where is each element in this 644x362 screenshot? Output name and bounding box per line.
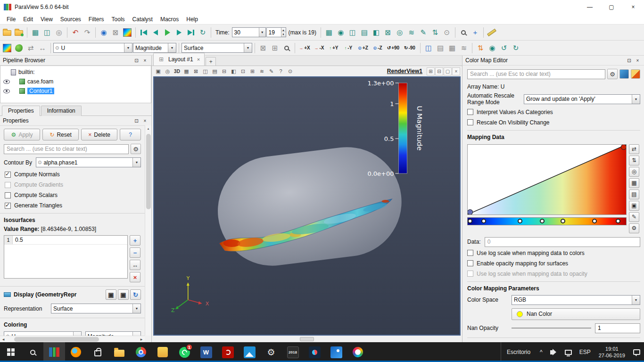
chevron-down-icon[interactable]: ▼	[132, 304, 140, 313]
select-polygon-points-icon[interactable]: ⊡	[239, 67, 248, 76]
scroll-right-icon[interactable]: ▶	[138, 337, 145, 341]
color-control-point[interactable]	[518, 219, 522, 223]
start-button[interactable]	[0, 342, 22, 362]
stream-tracer-icon[interactable]: ⇅	[429, 27, 441, 38]
rescale-to-visible-range-button[interactable]: ◎	[629, 167, 639, 177]
log-scale-colors-checkbox[interactable]	[467, 250, 473, 256]
render-scene[interactable]: 1.3e+00 1 0.5 0.0e+00 U Magnitude Y	[154, 77, 460, 335]
isosurface-values-list[interactable]: 1 0.5	[4, 235, 128, 279]
remove-value-button[interactable]: −	[130, 247, 140, 258]
select-cells-on-icon[interactable]: ⊠	[191, 67, 200, 76]
generate-triangles-row[interactable]: Generate Triangles	[0, 200, 145, 211]
close-button[interactable]: ×	[622, 0, 644, 14]
loop-button[interactable]: ↻	[197, 27, 208, 38]
threshold-filter-icon[interactable]: ⊙	[441, 27, 453, 38]
chevron-down-icon[interactable]: ▼	[259, 28, 265, 37]
adjust-camera-icon[interactable]: ◎	[163, 67, 172, 76]
data-value-input[interactable]	[485, 237, 640, 247]
copy-display-button[interactable]: ▣	[106, 289, 116, 300]
visibility-eye-icon[interactable]	[3, 89, 10, 93]
compute-normals-row[interactable]: Compute Normals	[0, 169, 145, 180]
zoom-to-data-button[interactable]: ⊞	[269, 42, 281, 54]
color-space-combobox[interactable]: RGB ▼	[512, 295, 640, 305]
close-panel-icon[interactable]: ×	[141, 117, 149, 124]
pipeline-item-contour1[interactable]: Contour1	[0, 86, 151, 96]
group-datasets-icon[interactable]: ◫	[347, 27, 358, 38]
select-points-on-icon[interactable]: ◫	[201, 67, 210, 76]
camera-redo-button[interactable]: ⊠	[110, 27, 121, 38]
show-center-axes-button[interactable]: ◫	[423, 42, 434, 54]
extract-blocks-icon[interactable]: ◉	[335, 27, 347, 38]
menu-macros[interactable]: Macros	[157, 15, 182, 24]
isosurface-value[interactable]: 0.5	[13, 236, 25, 244]
rescale-visibility-checkbox[interactable]	[467, 119, 473, 125]
component-combobox[interactable]: Magnitude ▼	[133, 43, 176, 53]
maximize-button[interactable]: ▢	[601, 0, 622, 14]
colormap-search-input[interactable]	[467, 69, 605, 79]
properties-vertical-scrollbar[interactable]: ▲	[145, 125, 151, 336]
menu-filters[interactable]: Filters	[85, 15, 108, 24]
contour-by-combobox[interactable]: ⊙ alpha.phase1 ▼	[36, 157, 141, 167]
nan-opacity-input[interactable]	[595, 323, 640, 333]
toggle-3d-button[interactable]: 3D	[173, 67, 182, 76]
open-file-button[interactable]	[1, 27, 13, 38]
action-center-icon[interactable]	[629, 342, 644, 362]
interaction-mode-button[interactable]: ⇅	[475, 42, 486, 54]
nan-opacity-slider[interactable]	[512, 328, 591, 329]
menu-tools[interactable]: Tools	[108, 15, 129, 24]
delete-button[interactable]: ×Delete	[81, 129, 117, 140]
source-grid-icon[interactable]: ▦	[323, 27, 335, 38]
rescale-custom-button[interactable]: ↔	[37, 42, 48, 54]
close-tab-icon[interactable]: ×	[197, 57, 200, 62]
menu-catalyst[interactable]: Catalyst	[129, 15, 157, 24]
save-data-button[interactable]	[13, 27, 25, 38]
tab-information[interactable]: Information	[41, 106, 82, 116]
close-view-icon[interactable]: ×	[452, 67, 460, 75]
scroll-left-icon[interactable]: ◀	[0, 337, 7, 341]
find-data-button[interactable]	[458, 27, 469, 38]
search-options-gear-icon[interactable]: ⚙	[131, 144, 141, 154]
color-transfer-bar[interactable]	[467, 217, 627, 225]
play-button[interactable]	[162, 27, 173, 38]
manual-edit-button[interactable]: ✎	[629, 212, 639, 222]
taskbar-photos-icon[interactable]	[239, 342, 260, 362]
glyph-filter-icon[interactable]: ✎	[418, 27, 429, 38]
undo-button[interactable]: ↶	[70, 27, 81, 38]
log-scale-opacity-row[interactable]: Use log scale when mapping data to opaci…	[467, 269, 640, 279]
color-control-point[interactable]	[540, 219, 545, 223]
menu-help[interactable]: Help	[182, 15, 202, 24]
volume-icon[interactable]	[546, 342, 561, 362]
taskbar-search-button[interactable]	[22, 342, 43, 362]
log-scale-colors-row[interactable]: Use log scale when mapping data to color…	[467, 248, 640, 258]
help-icon[interactable]: ?	[276, 67, 285, 76]
enable-opacity-checkbox[interactable]	[467, 260, 473, 266]
menu-sources[interactable]: Sources	[57, 15, 85, 24]
close-panel-icon[interactable]: ×	[141, 57, 149, 64]
spin-up-icon[interactable]: ▲	[281, 28, 286, 33]
show-grid-icon[interactable]: ▦	[182, 67, 191, 76]
taskbar-dart-icon[interactable]	[304, 342, 325, 362]
reload-display-button[interactable]: ↻	[130, 289, 141, 300]
compute-normals-checkbox[interactable]	[5, 172, 11, 178]
rescale-mode-combobox[interactable]: Grow and update on 'Apply' ▼	[524, 94, 640, 104]
chevron-down-icon[interactable]: ▼	[632, 296, 640, 304]
color-control-point[interactable]	[616, 219, 620, 223]
load-state-button[interactable]: ◫	[41, 27, 53, 38]
help-button[interactable]: ?	[120, 129, 141, 140]
split-horizontal-icon[interactable]: ⊞	[427, 67, 435, 75]
search-options-gear-icon[interactable]: ⚙	[607, 69, 618, 79]
render-views-button[interactable]	[619, 69, 629, 79]
camera-link-button[interactable]: ◉	[487, 42, 498, 54]
chevron-down-icon[interactable]: ▼	[124, 43, 132, 52]
zoom-plus-button[interactable]: +	[470, 27, 481, 38]
menu-file[interactable]: File	[3, 15, 19, 24]
hover-info-icon[interactable]: ✎	[267, 67, 276, 76]
maximize-view-icon[interactable]: ▢	[444, 67, 452, 75]
taskbar-image-viewer-icon[interactable]	[325, 342, 347, 362]
transfer-control-point[interactable]	[467, 209, 472, 214]
toggle-color-legend-button[interactable]	[1, 42, 13, 54]
camera-plus-y-button[interactable]: +Y	[327, 42, 341, 54]
taskbar-word-icon[interactable]: W	[195, 342, 217, 362]
pipeline-item-casefoam[interactable]: case.foam	[0, 77, 151, 86]
transfer-control-point[interactable]	[621, 144, 626, 149]
